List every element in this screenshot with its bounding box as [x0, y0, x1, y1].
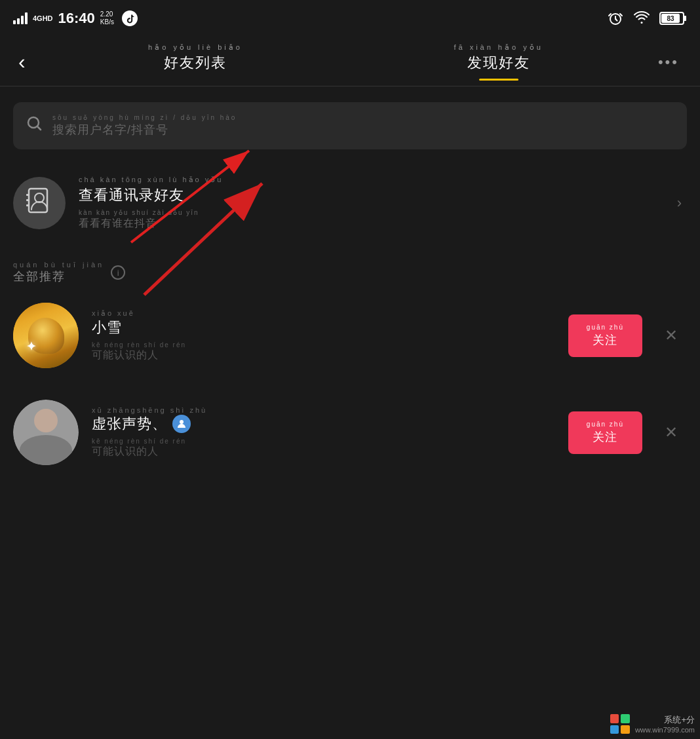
user-info-1: xiǎo xuě 小雪 kě néng rèn shí de rén 可能认识的… [92, 309, 555, 362]
more-button[interactable]: ••• [650, 48, 687, 76]
alarm-icon [607, 10, 624, 27]
network-label: 4GHD [33, 14, 53, 22]
contact-list-item[interactable]: chá kàn tōng xùn lù hǎo yǒu 查看通讯录好友 kàn … [0, 162, 700, 244]
search-icon [26, 115, 43, 136]
watermark-line2: www.win7999.com [635, 726, 695, 734]
speed-info: 2.20 KB/s [100, 10, 114, 26]
signal-bars [13, 12, 28, 24]
signal-bar-3 [21, 16, 24, 24]
user-name-1: 小雪 [92, 318, 555, 337]
autumn-avatar: ✦ [13, 303, 79, 368]
address-book-icon [25, 186, 54, 221]
win-square-blue [610, 725, 619, 734]
blue-avatar-badge [172, 415, 191, 433]
user-sub-pinyin-1: kě néng rèn shí de rén [92, 341, 555, 349]
wifi-icon [633, 10, 650, 27]
user-card-1: ✦ xiǎo xuě 小雪 kě néng rèn shí de rén 可能认… [0, 290, 700, 381]
follow-button-1[interactable]: guān zhù 关注 [568, 314, 642, 357]
tab-underline [479, 79, 518, 81]
section-pinyin: quán bù tuī jiàn [13, 261, 104, 269]
user-avatar-2 [13, 400, 79, 465]
section-label: quán bù tuī jiàn 全部推荐 i [0, 250, 700, 290]
search-pinyin: sōu suǒ yòng hù míng zì / dǒu yīn hào [52, 114, 237, 121]
search-bar[interactable]: sōu suǒ yòng hù míng zì / dǒu yīn hào 搜索… [13, 102, 687, 149]
svg-rect-2 [684, 16, 686, 21]
user-sub-text-1: 可能认识的人 [92, 349, 555, 362]
contact-info: chá kàn tōng xùn lù hǎo yǒu 查看通讯录好友 kàn … [79, 176, 659, 231]
battery-icon: 83 [659, 11, 687, 26]
search-placeholder: sōu suǒ yòng hù míng zì / dǒu yīn hào 搜索… [52, 114, 237, 138]
watermark-text: 系统+分 www.win7999.com [635, 714, 695, 734]
tab2-pinyin: fā xiàn hǎo yǒu [347, 43, 650, 52]
follow-btn-pinyin-1: guān zhù [587, 324, 624, 331]
tiktok-icon [119, 8, 140, 29]
contact-sub-pinyin: kàn kàn yǒu shuí zài dǒu yīn [79, 209, 659, 216]
contact-sub-text: 看看有谁在抖音 [79, 217, 659, 231]
follow-button-2[interactable]: guān zhù 关注 [568, 411, 642, 454]
win-square-red [610, 714, 619, 723]
follow-btn-pinyin-2: guān zhù [587, 421, 624, 428]
user-sub-text-2: 可能认识的人 [92, 445, 555, 459]
svg-text:83: 83 [667, 15, 674, 22]
svg-point-8 [35, 193, 44, 202]
chevron-right-icon: › [672, 189, 687, 217]
win-square-yellow [621, 725, 630, 734]
tab-friends-list[interactable]: hǎo yǒu liè biǎo 好友列表 [44, 43, 347, 81]
contact-avatar [13, 177, 66, 229]
time-display: 16:40 [58, 10, 95, 27]
user-name-pinyin-1: xiǎo xuě [92, 309, 555, 318]
win-square-green [621, 714, 630, 723]
section-chinese: 全部推荐 [13, 269, 104, 284]
svg-rect-10 [26, 199, 29, 201]
user-avatar-1: ✦ [13, 303, 79, 368]
signal-bar-1 [13, 20, 16, 24]
dismiss-button-2[interactable]: ✕ [655, 418, 687, 447]
speed-top: 2.20 [100, 10, 114, 18]
svg-point-12 [180, 420, 184, 424]
user-info-2: xū zhāngshēng shì zhù 虚张声势、 kě néng rèn … [92, 406, 555, 459]
svg-rect-11 [26, 204, 29, 206]
status-right: 83 [607, 10, 687, 27]
follow-btn-text-1: 关注 [593, 332, 617, 348]
svg-rect-9 [26, 194, 29, 196]
signal-bar-2 [17, 18, 20, 24]
windows-logo [610, 714, 630, 734]
section-label-text: quán bù tuī jiàn 全部推荐 [13, 261, 104, 284]
back-button[interactable]: ‹ [13, 45, 31, 79]
speed-bottom: KB/s [100, 18, 114, 26]
contact-name: 查看通讯录好友 [79, 185, 659, 205]
follow-btn-text-2: 关注 [593, 429, 617, 445]
signal-bar-4 [25, 12, 28, 24]
user-sub-pinyin-2: kě néng rèn shí de rén [92, 438, 555, 445]
status-bar: 4GHD 16:40 2.20 KB/s [0, 0, 700, 37]
contact-name-pinyin: chá kàn tōng xùn lù hǎo yǒu [79, 176, 659, 184]
tab-container: hǎo yǒu liè biǎo 好友列表 fā xiàn hǎo yǒu 发现… [44, 43, 650, 81]
status-left: 4GHD 16:40 2.20 KB/s [13, 8, 140, 29]
user-card-2: xū zhāngshēng shì zhù 虚张声势、 kě néng rèn … [0, 387, 700, 478]
user-name-pinyin-2: xū zhāngshēng shì zhù [92, 406, 555, 414]
user-name-2: 虚张声势、 [92, 414, 555, 434]
tab1-chinese: 好友列表 [164, 54, 227, 71]
tab-discover-friends[interactable]: fā xiàn hǎo yǒu 发现好友 [347, 43, 650, 81]
header: ‹ hǎo yǒu liè biǎo 好友列表 fā xiàn hǎo yǒu … [0, 37, 700, 81]
dismiss-button-1[interactable]: ✕ [655, 321, 687, 350]
tab1-pinyin: hǎo yǒu liè biǎo [44, 43, 347, 52]
info-icon[interactable]: i [111, 265, 125, 280]
watermark-area: 系统+分 www.win7999.com [610, 714, 695, 734]
header-divider [0, 86, 700, 86]
search-chinese-text: 搜索用户名字/抖音号 [52, 122, 237, 138]
watermark-line1: 系统+分 [635, 714, 695, 726]
tab2-chinese: 发现好友 [467, 54, 530, 71]
